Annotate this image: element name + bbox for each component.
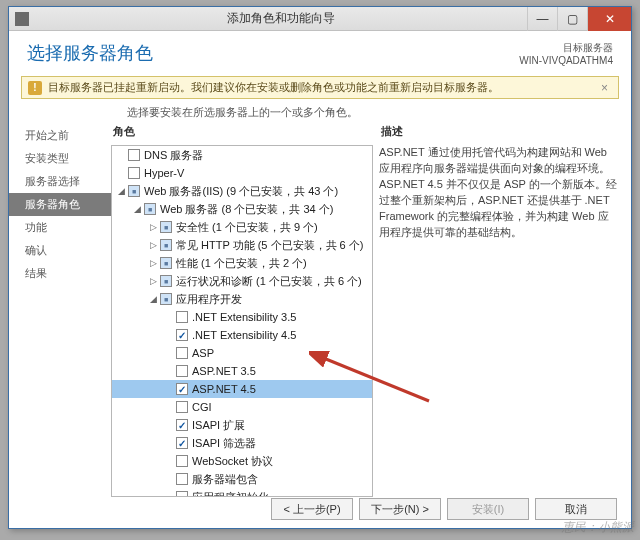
window-controls: — ▢ ✕	[527, 7, 631, 31]
tree-checkbox[interactable]	[160, 275, 172, 287]
tree-checkbox[interactable]	[176, 419, 188, 431]
cancel-button[interactable]: 取消	[535, 498, 617, 520]
tree-node[interactable]: 应用程序初始化	[112, 488, 372, 497]
tree-checkbox[interactable]	[160, 293, 172, 305]
tree-node[interactable]: Hyper-V	[112, 164, 372, 182]
tree-label: Hyper-V	[144, 167, 184, 179]
tree-node[interactable]: ▷安全性 (1 个已安装，共 9 个)	[112, 218, 372, 236]
app-icon	[15, 12, 29, 26]
tree-label: 服务器端包含	[192, 472, 258, 487]
tree-node[interactable]: CGI	[112, 398, 372, 416]
tree-node[interactable]: .NET Extensibility 4.5	[112, 326, 372, 344]
tree-label: WebSocket 协议	[192, 454, 273, 469]
tree-checkbox[interactable]	[128, 149, 140, 161]
tree-checkbox[interactable]	[176, 455, 188, 467]
role-description-text: ASP.NET 通过使用托管代码为构建网站和 Web 应用程序向服务器端提供面向…	[379, 145, 621, 241]
tree-label: 应用程序初始化	[192, 490, 269, 498]
tree-label: ISAPI 筛选器	[192, 436, 256, 451]
alert-text: 目标服务器已挂起重新启动。我们建议你在安装或删除角色或功能之前重新启动目标服务器…	[48, 80, 597, 95]
minimize-button[interactable]: —	[527, 7, 557, 31]
warning-icon: !	[28, 81, 42, 95]
step-sidebar: 开始之前安装类型服务器选择服务器角色功能确认结果	[9, 122, 111, 502]
title-bar: 添加角色和功能向导 — ▢ ✕	[9, 7, 631, 31]
wizard-footer: < 上一步(P) 下一步(N) > 安装(I) 取消	[271, 498, 617, 520]
watermark-text: 惠民：小熊派	[562, 519, 634, 536]
tree-node[interactable]: WebSocket 协议	[112, 452, 372, 470]
tree-checkbox[interactable]	[176, 365, 188, 377]
install-button: 安装(I)	[447, 498, 529, 520]
tree-node[interactable]: ISAPI 扩展	[112, 416, 372, 434]
sidebar-step[interactable]: 服务器角色	[9, 193, 111, 216]
roles-column-title: 角色	[111, 122, 373, 145]
tree-node[interactable]: ◢Web 服务器(IIS) (9 个已安装，共 43 个)	[112, 182, 372, 200]
tree-label: .NET Extensibility 3.5	[192, 311, 296, 323]
target-server-value: WIN-VIVQADATHM4	[519, 55, 613, 66]
sidebar-step[interactable]: 功能	[9, 216, 111, 239]
instruction-text: 选择要安装在所选服务器上的一个或多个角色。	[9, 103, 631, 122]
caret-open-icon[interactable]: ◢	[132, 204, 142, 214]
tree-checkbox[interactable]	[128, 167, 140, 179]
tree-label: 常见 HTTP 功能 (5 个已安装，共 6 个)	[176, 238, 363, 253]
main-panel: 角色 DNS 服务器Hyper-V◢Web 服务器(IIS) (9 个已安装，共…	[111, 122, 631, 502]
tree-label: 安全性 (1 个已安装，共 9 个)	[176, 220, 318, 235]
sidebar-step[interactable]: 安装类型	[9, 147, 111, 170]
tree-label: CGI	[192, 401, 212, 413]
tree-node[interactable]: ◢Web 服务器 (8 个已安装，共 34 个)	[112, 200, 372, 218]
tree-checkbox[interactable]	[176, 383, 188, 395]
tree-checkbox[interactable]	[176, 401, 188, 413]
tree-checkbox[interactable]	[176, 347, 188, 359]
tree-checkbox[interactable]	[176, 311, 188, 323]
tree-label: ASP.NET 3.5	[192, 365, 256, 377]
tree-node[interactable]: .NET Extensibility 3.5	[112, 308, 372, 326]
tree-node[interactable]: 服务器端包含	[112, 470, 372, 488]
tree-checkbox[interactable]	[176, 491, 188, 497]
wizard-body: 开始之前安装类型服务器选择服务器角色功能确认结果 角色 DNS 服务器Hyper…	[9, 122, 631, 502]
tree-node[interactable]: ASP	[112, 344, 372, 362]
tree-checkbox[interactable]	[176, 329, 188, 341]
previous-button[interactable]: < 上一步(P)	[271, 498, 353, 520]
caret-closed-icon[interactable]: ▷	[148, 276, 158, 286]
tree-checkbox[interactable]	[160, 257, 172, 269]
caret-closed-icon[interactable]: ▷	[148, 222, 158, 232]
tree-label: ISAPI 扩展	[192, 418, 245, 433]
tree-node[interactable]: ASP.NET 4.5	[112, 380, 372, 398]
tree-node[interactable]: ▷运行状况和诊断 (1 个已安装，共 6 个)	[112, 272, 372, 290]
close-button[interactable]: ✕	[587, 7, 631, 31]
tree-label: DNS 服务器	[144, 148, 203, 163]
description-column-title: 描述	[379, 122, 621, 145]
tree-node[interactable]: ◢应用程序开发	[112, 290, 372, 308]
caret-closed-icon[interactable]: ▷	[148, 258, 158, 268]
tree-checkbox[interactable]	[160, 239, 172, 251]
caret-open-icon[interactable]: ◢	[148, 294, 158, 304]
tree-label: Web 服务器(IIS) (9 个已安装，共 43 个)	[144, 184, 338, 199]
tree-checkbox[interactable]	[128, 185, 140, 197]
tree-label: ASP	[192, 347, 214, 359]
sidebar-step[interactable]: 开始之前	[9, 124, 111, 147]
tree-node[interactable]: ▷常见 HTTP 功能 (5 个已安装，共 6 个)	[112, 236, 372, 254]
tree-node[interactable]: ASP.NET 3.5	[112, 362, 372, 380]
restart-alert: ! 目标服务器已挂起重新启动。我们建议你在安装或删除角色或功能之前重新启动目标服…	[21, 76, 619, 99]
caret-closed-icon[interactable]: ▷	[148, 240, 158, 250]
tree-label: Web 服务器 (8 个已安装，共 34 个)	[160, 202, 333, 217]
sidebar-step[interactable]: 确认	[9, 239, 111, 262]
caret-open-icon[interactable]: ◢	[116, 186, 126, 196]
tree-label: 运行状况和诊断 (1 个已安装，共 6 个)	[176, 274, 362, 289]
sidebar-step[interactable]: 服务器选择	[9, 170, 111, 193]
alert-dismiss-button[interactable]: ×	[597, 81, 612, 95]
tree-checkbox[interactable]	[176, 473, 188, 485]
tree-label: 应用程序开发	[176, 292, 242, 307]
roles-column: 角色 DNS 服务器Hyper-V◢Web 服务器(IIS) (9 个已安装，共…	[111, 122, 373, 502]
wizard-window: 添加角色和功能向导 — ▢ ✕ 选择服务器角色 目标服务器 WIN-VIVQAD…	[8, 6, 632, 529]
tree-label: 性能 (1 个已安装，共 2 个)	[176, 256, 307, 271]
sidebar-step[interactable]: 结果	[9, 262, 111, 285]
roles-tree[interactable]: DNS 服务器Hyper-V◢Web 服务器(IIS) (9 个已安装，共 43…	[111, 145, 373, 497]
tree-checkbox[interactable]	[160, 221, 172, 233]
maximize-button[interactable]: ▢	[557, 7, 587, 31]
tree-node[interactable]: ▷性能 (1 个已安装，共 2 个)	[112, 254, 372, 272]
next-button[interactable]: 下一步(N) >	[359, 498, 441, 520]
header: 选择服务器角色 目标服务器 WIN-VIVQADATHM4	[9, 31, 631, 72]
tree-node[interactable]: DNS 服务器	[112, 146, 372, 164]
tree-checkbox[interactable]	[144, 203, 156, 215]
tree-node[interactable]: ISAPI 筛选器	[112, 434, 372, 452]
tree-checkbox[interactable]	[176, 437, 188, 449]
